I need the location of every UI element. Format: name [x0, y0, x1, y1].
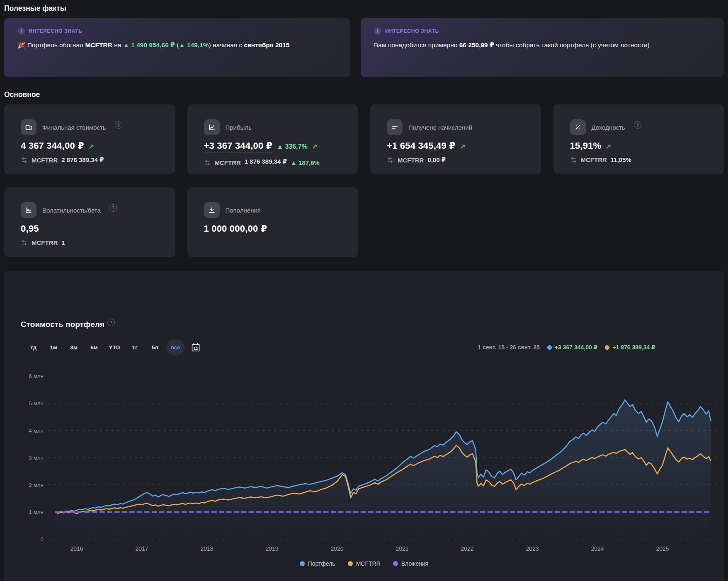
x-axis-tick-label: 2023 — [526, 545, 539, 552]
range-series-amount: +3 367 344,00 ₽ — [555, 344, 598, 351]
stat-change-percent: ▲ 336,7% — [277, 143, 308, 150]
benchmark-row: MCFTRR11,05% — [570, 156, 708, 163]
time-range-tab[interactable]: 6м — [85, 339, 103, 356]
stats-grid: Финальная стоимость?4 367 344,00 ₽↗MCFTR… — [4, 104, 724, 257]
stat-icon-box — [21, 202, 36, 218]
wallet-icon — [24, 123, 33, 131]
stat-value: 15,91% — [570, 140, 602, 151]
x-axis-tick-label: 2016 — [70, 545, 83, 552]
help-icon[interactable]: ? — [109, 204, 117, 212]
benchmark-row: MCFTRR1 — [21, 239, 158, 246]
y-axis-tick-label: 0 — [40, 536, 44, 542]
stat-icon-box — [204, 119, 220, 135]
benchmark-name: MCFTRR — [215, 159, 241, 166]
fact-text: 🎉 Портфель обогнал MCFTRR на ▲ 1 490 954… — [17, 39, 337, 51]
time-range-tab[interactable]: 1м — [44, 339, 63, 356]
stat-label: Получено начислений — [408, 124, 472, 131]
payments-icon — [391, 123, 399, 131]
swap-icon — [387, 157, 394, 164]
swap-icon — [21, 157, 28, 164]
series-dot-icon — [547, 345, 552, 350]
chart-range-legend: 1 сент. 15 - 26 сент. 25 +3 367 344,00 ₽… — [478, 344, 655, 351]
fact-card-header: iИНТЕРЕСНО ЗНАТЬ — [17, 27, 337, 35]
trend-up-arrow-icon: ↗ — [605, 143, 611, 151]
benchmark-name: MCFTRR — [581, 156, 607, 163]
benchmark-name: MCFTRR — [32, 157, 58, 164]
facts-row: iИНТЕРЕСНО ЗНАТЬ🎉 Портфель обогнал MCFTR… — [4, 18, 724, 77]
benchmark-row: MCFTRR0,00 ₽ — [387, 156, 524, 164]
stat-label: Пополнения — [226, 207, 261, 214]
range-series-amount: +1 876 389,34 ₽ — [612, 344, 655, 351]
calendar-button[interactable]: 12 — [187, 339, 204, 356]
stat-value: 4 367 344,00 ₽ — [21, 140, 84, 151]
fact-tag-label: ИНТЕРЕСНО ЗНАТЬ — [29, 28, 83, 34]
time-range-tab[interactable]: все — [166, 339, 184, 356]
stat-label: Финальная стоимость — [42, 124, 106, 131]
portfolio-chart-svg[interactable]: 01 млн2 млн3 млн4 млн5 млн6 млн201620172… — [4, 366, 724, 556]
legend-dot-icon — [393, 561, 398, 566]
compare-icon — [204, 159, 211, 166]
stat-card-header: Финальная стоимость? — [21, 119, 158, 135]
benchmark-name: MCFTRR — [398, 157, 424, 164]
stat-card: Доходность?15,91%↗MCFTRR11,05% — [553, 104, 724, 174]
stat-icon-box — [204, 202, 220, 218]
stat-value: 0,95 — [21, 223, 39, 234]
time-range-tab[interactable]: YTD — [105, 339, 124, 356]
x-axis-tick-label: 2021 — [396, 545, 408, 552]
legend-dot-icon — [300, 561, 305, 566]
stat-value: 1 000 000,00 ₽ — [204, 223, 267, 234]
time-range-tab[interactable]: 3м — [65, 339, 83, 356]
trend-up-arrow-icon: ↗ — [312, 143, 318, 151]
stat-value: +1 654 345,49 ₽ — [387, 140, 456, 151]
stat-value[interactable]: +3 367 344,00 ₽ — [204, 140, 273, 153]
swap-icon — [570, 156, 577, 163]
chart-line-icon — [208, 123, 216, 131]
help-icon[interactable]: ? — [107, 319, 115, 326]
portfolio-value-panel: Стоимость портфеля ? 7д1м3м6мYTD1г5лвсе1… — [4, 271, 724, 581]
x-axis-tick-label: 2020 — [330, 545, 343, 552]
swap-icon — [21, 239, 28, 246]
stat-value-row: +1 654 345,49 ₽↗ — [387, 140, 524, 151]
benchmark-value[interactable]: 1 876 389,34 ₽ — [245, 158, 287, 167]
compare-icon — [570, 156, 577, 163]
series-dot-icon — [605, 345, 609, 350]
legend-item[interactable]: MCFTRR — [348, 560, 381, 567]
main-section-title: Основное — [4, 90, 724, 99]
range-series-value: +1 876 389,34 ₽ — [597, 344, 655, 351]
stat-card-header: Пополнения — [204, 202, 342, 218]
legend-item[interactable]: Вложения — [393, 560, 429, 567]
stat-value-row: 1 000 000,00 ₽ — [204, 223, 342, 234]
legend-label: Портфель — [308, 560, 335, 567]
time-range-tab[interactable]: 5л — [146, 339, 164, 356]
svg-text:12: 12 — [194, 346, 198, 351]
legend-item[interactable]: Портфель — [300, 560, 335, 567]
help-icon[interactable]: ? — [634, 121, 641, 129]
volatility-icon — [24, 206, 33, 214]
stat-icon-box — [387, 119, 403, 135]
y-axis-tick-label: 1 млн — [29, 509, 44, 515]
benchmark-name: MCFTRR — [32, 239, 58, 246]
help-icon[interactable]: ? — [115, 121, 122, 129]
x-axis-tick-label: 2022 — [461, 545, 473, 552]
benchmark-row: MCFTRR2 876 389,34 ₽ — [21, 156, 158, 164]
stat-icon-box — [21, 119, 36, 135]
y-axis-tick-label: 5 млн — [29, 400, 44, 407]
time-range-tab[interactable]: 7д — [24, 339, 42, 356]
stat-value-row: 0,95 — [21, 223, 158, 234]
stat-label: Прибыль — [226, 124, 252, 131]
stat-value-row: 15,91%↗ — [570, 140, 708, 151]
time-range-tab[interactable]: 1г — [126, 339, 144, 356]
y-axis-tick-label: 4 млн — [29, 428, 44, 434]
deposit-icon — [208, 206, 216, 214]
benchmark-change-percent: ▲ 187,6% — [291, 159, 320, 166]
portfolio-dashboard: Полезные факты iИНТЕРЕСНО ЗНАТЬ🎉 Портфел… — [0, 4, 728, 581]
y-axis-tick-label: 2 млн — [29, 482, 44, 488]
stat-card: Финальная стоимость?4 367 344,00 ₽↗MCFTR… — [4, 104, 175, 174]
x-axis-tick-label: 2018 — [200, 545, 213, 552]
stat-value-row: 4 367 344,00 ₽↗ — [21, 140, 158, 151]
fact-text: Вам понадобится примерно 66 250,99 ₽ что… — [374, 39, 711, 51]
benchmark-value: 0,00 ₽ — [427, 156, 446, 164]
benchmark-value: 1 — [61, 239, 65, 246]
stat-card: Получено начислений+1 654 345,49 ₽↗MCFTR… — [370, 104, 541, 174]
portfolio-area-fill — [55, 400, 711, 539]
